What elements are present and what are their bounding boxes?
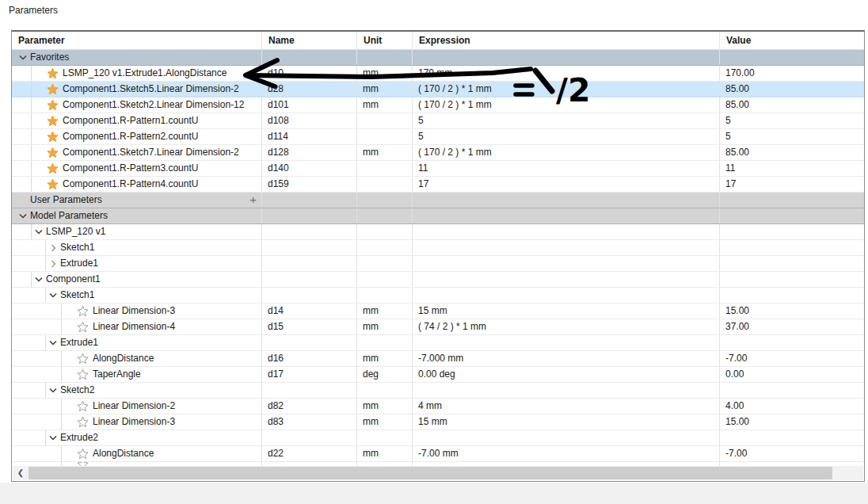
cell-expression[interactable] — [413, 430, 720, 445]
star-filled-icon[interactable] — [46, 66, 59, 81]
cell-value: 15.00 — [720, 304, 864, 319]
cell-expression[interactable] — [413, 383, 720, 398]
star-outline-icon[interactable] — [76, 399, 89, 414]
cell-expression[interactable] — [413, 240, 720, 255]
cell-expression[interactable]: 5 — [413, 129, 720, 144]
section-row-favorites[interactable]: Favorites + — [12, 50, 864, 66]
cell-expression[interactable]: ( 74 / 2 ) * 1 mm — [413, 319, 720, 334]
cell-parameter: Component1 + — [12, 272, 262, 287]
cell-expression[interactable]: ( 170 / 2 ) * 1 mm — [413, 97, 720, 113]
row-label: Component1.Sketch5.Linear Dimension-2 — [63, 82, 239, 97]
group-row-sketch1[interactable]: Sketch1 + — [12, 288, 864, 304]
cell-unit: mm — [357, 82, 413, 97]
chevron-down-icon[interactable] — [32, 272, 46, 287]
cell-parameter: Linear Dimension-3 + — [12, 304, 262, 319]
scrollbar-left-arrow-icon[interactable]: ❮ — [13, 466, 29, 480]
cell-parameter: User Parameters + — [12, 193, 262, 208]
star-filled-icon[interactable] — [46, 177, 59, 192]
group-row-sketch1[interactable]: Sketch1 + — [12, 240, 864, 256]
group-row-extrude1[interactable]: Extrude1 + — [12, 256, 864, 272]
cell-expression[interactable] — [413, 193, 720, 208]
param-row-d22[interactable]: AlongDistance + d22 mm -7.00 mm -7.00 — [12, 446, 864, 462]
param-row-d83[interactable]: Linear Dimension-3 + d83 mm 15 mm 15.00 — [12, 414, 864, 430]
group-row-extrude2[interactable]: Extrude2 + — [12, 430, 864, 446]
star-outline-icon[interactable] — [76, 319, 89, 334]
param-row-d15[interactable]: Linear Dimension-4 + d15 mm ( 74 / 2 ) *… — [12, 319, 864, 335]
scrollbar-thumb[interactable] — [29, 467, 832, 479]
section-row-user-parameters[interactable]: User Parameters + — [12, 193, 864, 208]
cell-expression[interactable]: -7.000 mm — [413, 351, 720, 366]
star-outline-icon[interactable] — [76, 304, 89, 319]
param-row-d17[interactable]: TaperAngle + d17 deg 0.00 deg 0.00 — [12, 367, 864, 383]
group-row-component1[interactable]: Component1 + — [12, 272, 864, 288]
cell-expression[interactable] — [413, 50, 720, 65]
chevron-down-icon[interactable] — [32, 224, 46, 239]
cell-expression[interactable]: 0.00 deg — [413, 367, 720, 382]
cell-unit: mm — [357, 66, 413, 81]
row-label: Linear Dimension-3 — [93, 304, 175, 319]
cell-name — [262, 208, 357, 223]
row-label: Component1.R-Pattern1.countU — [63, 113, 198, 128]
group-row-extrude1[interactable]: Extrude1 + — [12, 335, 864, 351]
row-label: Linear Dimension-3 — [93, 414, 175, 430]
param-row-d28[interactable]: Component1.Sketch5.Linear Dimension-2 + … — [12, 82, 864, 97]
star-filled-icon[interactable] — [46, 97, 59, 113]
cell-expression[interactable]: -7.00 mm — [413, 446, 720, 461]
star-filled-icon[interactable] — [46, 161, 59, 176]
star-outline-icon[interactable] — [76, 446, 89, 461]
group-row-lsmp-120-v1[interactable]: LSMP_120 v1 + — [12, 224, 864, 240]
cell-expression[interactable] — [413, 288, 720, 303]
chevron-down-icon[interactable] — [16, 50, 30, 65]
cell-expression[interactable] — [413, 272, 720, 287]
chevron-down-icon[interactable] — [16, 208, 30, 223]
star-filled-icon[interactable] — [46, 145, 59, 160]
param-row-d159[interactable]: Component1.R-Pattern4.countU + d159 17 1… — [12, 177, 864, 193]
param-row-d101[interactable]: Component1.Sketch2.Linear Dimension-12 +… — [12, 97, 864, 113]
chevron-icon — [32, 177, 46, 192]
chevron-icon — [32, 97, 46, 113]
cell-expression[interactable]: 4 mm — [413, 399, 720, 414]
cell-expression[interactable]: 15 mm — [413, 414, 720, 430]
param-row-d82[interactable]: Linear Dimension-2 + d82 mm 4 mm 4.00 — [12, 399, 864, 414]
cell-expression[interactable]: 5 — [413, 113, 720, 128]
cell-expression[interactable]: 11 — [413, 161, 720, 176]
star-filled-icon[interactable] — [46, 129, 59, 144]
cell-expression[interactable] — [413, 256, 720, 271]
star-filled-icon[interactable] — [46, 113, 59, 128]
cell-expression[interactable] — [413, 335, 720, 350]
param-row-d140[interactable]: Component1.R-Pattern3.countU + d140 11 1… — [12, 161, 864, 177]
cell-expression[interactable]: 17 — [413, 177, 720, 192]
param-row-d10[interactable]: LSMP_120 v1.Extrude1.AlongDistance + d10… — [12, 66, 864, 82]
horizontal-scrollbar[interactable]: ❮ — [13, 466, 863, 480]
param-row-d108[interactable]: Component1.R-Pattern1.countU + d108 5 5 — [12, 113, 864, 129]
chevron-icon — [32, 129, 46, 144]
group-row-sketch2[interactable]: Sketch2 + — [12, 383, 864, 399]
cell-parameter: Sketch1 + — [12, 240, 262, 255]
star-outline-icon[interactable] — [76, 414, 89, 430]
chevron-down-icon[interactable] — [46, 335, 60, 350]
param-row-d114[interactable]: Component1.R-Pattern2.countU + d114 5 5 — [12, 129, 864, 145]
chevron-right-icon[interactable] — [46, 240, 60, 255]
cell-expression[interactable] — [413, 224, 720, 239]
param-row-d128[interactable]: Component1.Sketch7.Linear Dimension-2 + … — [12, 145, 864, 161]
add-parameter-icon[interactable]: + — [249, 193, 257, 208]
chevron-right-icon[interactable] — [46, 256, 60, 271]
cell-expression[interactable]: 170 mm — [413, 66, 720, 81]
star-filled-icon[interactable] — [46, 82, 59, 97]
star-outline-icon[interactable] — [76, 351, 89, 366]
chevron-down-icon[interactable] — [46, 383, 60, 398]
cell-name: d14 — [262, 304, 357, 319]
chevron-down-icon[interactable] — [46, 430, 60, 445]
cell-name: d114 — [262, 129, 357, 144]
cell-expression[interactable]: ( 170 / 2 ) * 1 mm — [413, 82, 720, 97]
param-row-d16[interactable]: AlongDistance + d16 mm -7.000 mm -7.00 — [12, 351, 864, 367]
dialog-background — [0, 483, 868, 504]
param-row-d14[interactable]: Linear Dimension-3 + d14 mm 15 mm 15.00 — [12, 304, 864, 319]
cell-expression[interactable]: 15 mm — [413, 304, 720, 319]
row-label: Linear Dimension-2 — [93, 399, 175, 414]
cell-expression[interactable]: ( 170 / 2 ) * 1 mm — [413, 145, 720, 160]
section-row-model-parameters[interactable]: Model Parameters + — [12, 208, 864, 224]
cell-expression[interactable] — [413, 208, 720, 223]
chevron-down-icon[interactable] — [46, 288, 60, 303]
star-outline-icon[interactable] — [76, 367, 89, 382]
